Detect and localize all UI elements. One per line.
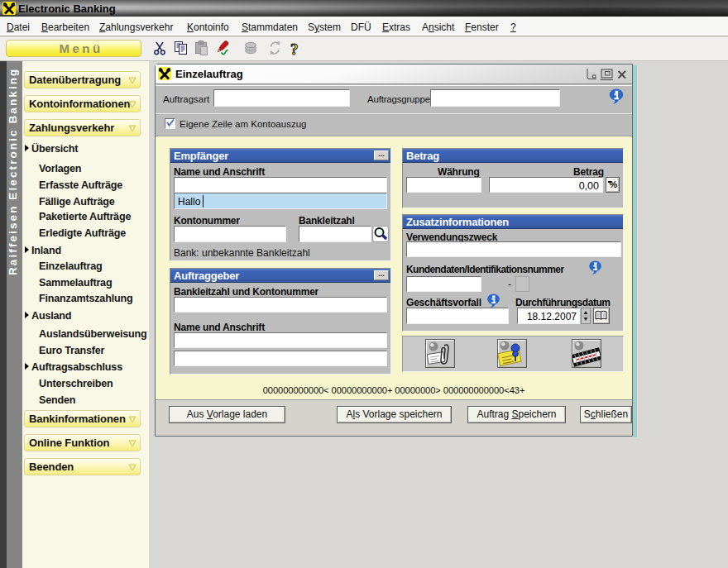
svg-text:?: ? [290,41,299,58]
